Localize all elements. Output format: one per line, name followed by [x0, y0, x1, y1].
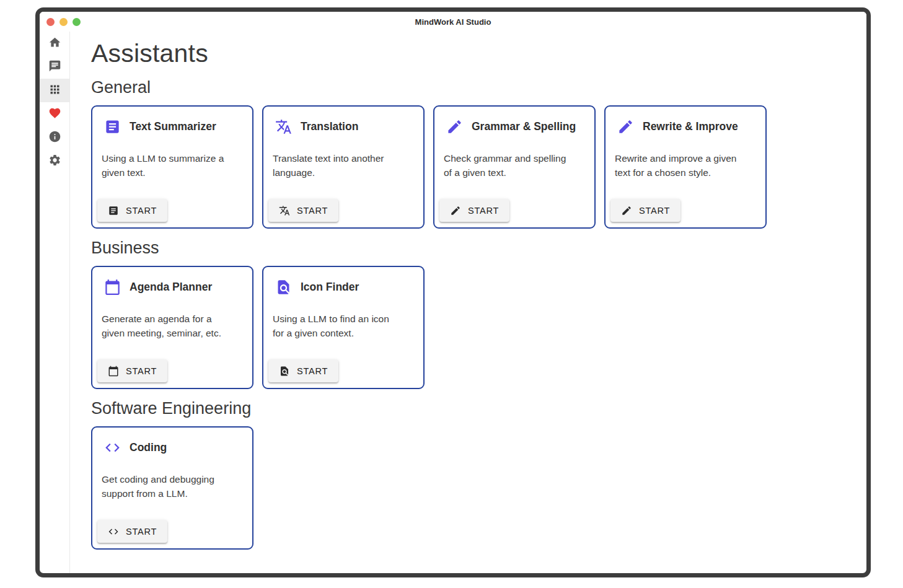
card-row-general: Text Summarizer Using a LLM to summarize…: [91, 105, 866, 229]
card-title: Translation: [301, 120, 358, 133]
home-icon: [48, 36, 61, 51]
card-icon-finder: Icon Finder Using a LLM to find an icon …: [262, 266, 425, 389]
card-description: Generate an agenda for a given meeting, …: [92, 312, 252, 341]
start-translation-button[interactable]: START: [268, 199, 338, 222]
start-button-label: START: [297, 206, 328, 216]
sidebar-item-about[interactable]: [40, 126, 69, 149]
card-title: Grammar & Spelling: [472, 120, 576, 133]
card-title: Text Summarizer: [130, 120, 216, 133]
card-grammar-spelling: Grammar & Spelling Check grammar and spe…: [433, 105, 596, 229]
start-coding-button[interactable]: START: [97, 520, 167, 543]
window-title: MindWork AI Studio: [40, 17, 866, 27]
page-title: Assistants: [91, 39, 866, 68]
app-window: MindWork AI Studio Assistants: [35, 7, 871, 577]
settings-gear-icon: [48, 154, 61, 169]
start-button-label: START: [126, 206, 157, 216]
translate-icon: [275, 118, 292, 135]
start-button-label: START: [126, 366, 157, 376]
card-description: Using a LLM to find an icon for a given …: [263, 312, 423, 341]
titlebar: MindWork AI Studio: [40, 12, 866, 32]
info-icon: [48, 130, 61, 146]
card-description: Check grammar and spelling of a given te…: [434, 152, 594, 180]
card-row-business: Agenda Planner Generate an agenda for a …: [91, 266, 866, 389]
pencil-icon: [617, 118, 634, 135]
start-agenda-planner-button[interactable]: START: [97, 359, 167, 382]
apps-grid-icon: [48, 83, 61, 99]
find-in-page-icon: [279, 366, 290, 377]
sidebar-item-settings[interactable]: [40, 149, 69, 173]
section-title-general: General: [91, 78, 866, 97]
translate-icon: [279, 205, 290, 216]
card-description: Rewrite and improve a given text for a c…: [606, 152, 765, 180]
card-rewrite-improve: Rewrite & Improve Rewrite and improve a …: [604, 105, 767, 229]
pencil-icon: [621, 205, 632, 216]
sidebar-item-assistants[interactable]: [40, 79, 69, 102]
card-title: Agenda Planner: [130, 281, 212, 294]
card-agenda-planner: Agenda Planner Generate an agenda for a …: [91, 266, 253, 389]
start-text-summarizer-button[interactable]: START: [97, 199, 167, 222]
card-title: Icon Finder: [301, 281, 359, 294]
sidebar-item-supporters[interactable]: [40, 102, 69, 126]
calendar-icon: [104, 279, 121, 296]
start-button-label: START: [468, 206, 499, 216]
start-grammar-spelling-button[interactable]: START: [439, 199, 509, 222]
card-description: Translate text into another language.: [263, 152, 423, 180]
code-icon: [108, 526, 119, 537]
start-button-label: START: [297, 366, 328, 376]
section-title-software-engineering: Software Engineering: [91, 399, 866, 418]
start-button-label: START: [126, 527, 157, 537]
card-title: Rewrite & Improve: [643, 120, 738, 133]
card-text-summarizer: Text Summarizer Using a LLM to summarize…: [91, 105, 253, 229]
heart-icon: [48, 107, 61, 122]
chat-icon: [48, 59, 61, 75]
code-icon: [104, 439, 121, 456]
article-icon: [104, 118, 121, 135]
sidebar: [40, 32, 70, 573]
card-description: Get coding and debugging support from a …: [92, 473, 252, 501]
sidebar-item-chat[interactable]: [40, 55, 69, 79]
article-icon: [108, 205, 119, 216]
card-translation: Translation Translate text into another …: [262, 105, 425, 229]
pencil-icon: [450, 205, 461, 216]
card-row-software-engineering: Coding Get coding and debugging support …: [91, 426, 866, 550]
calendar-icon: [108, 366, 119, 377]
find-in-page-icon: [275, 279, 292, 296]
section-title-business: Business: [91, 239, 866, 258]
pencil-icon: [446, 118, 463, 135]
start-button-label: START: [639, 206, 670, 216]
card-coding: Coding Get coding and debugging support …: [91, 426, 253, 550]
sidebar-item-home[interactable]: [40, 32, 69, 55]
start-rewrite-improve-button[interactable]: START: [610, 199, 681, 222]
main-content: Assistants General Text Summarizer Using…: [70, 32, 866, 573]
start-icon-finder-button[interactable]: START: [268, 359, 338, 382]
card-description: Using a LLM to summarize a given text.: [92, 152, 252, 180]
card-title: Coding: [130, 441, 167, 454]
